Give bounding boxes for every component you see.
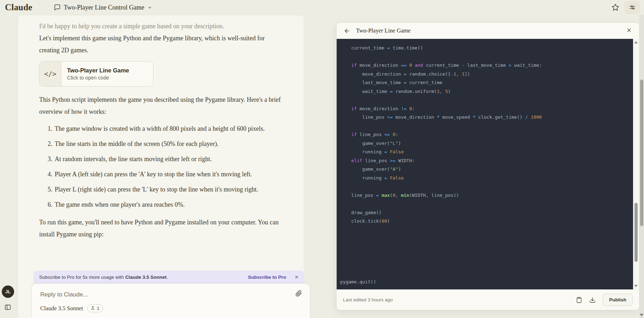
footer-actions: Publish	[576, 294, 633, 306]
code-line	[340, 96, 633, 105]
subscribe-banner: Subscribe to Pro for 5x more usage with …	[34, 271, 304, 283]
code-line	[340, 53, 633, 61]
list-item: At random intervals, the line starts mov…	[54, 153, 282, 165]
banner-actions: Subscribe to Pro ✕	[248, 274, 299, 280]
sliders-icon	[629, 4, 636, 11]
artifact-panel: Two-Player Line Game current_time = time…	[336, 22, 639, 310]
artifact-card-text: Two-Player Line Game Click to open code	[61, 61, 129, 86]
code-line	[340, 226, 633, 235]
code-line: game_over("L")	[340, 139, 633, 148]
list-item: Player A (left side) can press the 'A' k…	[54, 168, 282, 180]
code-line: line_pos += move_direction * move_speed …	[340, 113, 633, 122]
avatar[interactable]: JL	[2, 285, 14, 298]
artifact-card-icon-cell: </>	[40, 61, 61, 86]
chat-title-menu[interactable]: Two-Player Line Control Game	[54, 4, 152, 11]
artifact-card-subtitle: Click to open code	[67, 74, 129, 81]
code-scrollbar[interactable]	[633, 39, 639, 289]
code-line: current_time = time.time()	[340, 44, 633, 53]
artifact-panel-header: Two-Player Line Game	[337, 23, 639, 39]
code-line	[340, 243, 633, 252]
model-row: Claude 3.5 Sonnet 1	[40, 304, 103, 312]
message-paragraph: Let's implement this game using Python a…	[39, 32, 282, 56]
chat-list: The game window is created with a width …	[39, 123, 282, 211]
code-line: pygame.quit()	[340, 278, 633, 287]
chat-bubble-icon	[54, 4, 61, 11]
code-line: move_direction = random.choice([-1, 1])	[340, 70, 633, 79]
code-line: running = False	[340, 148, 633, 157]
page-scrollbar-thumb[interactable]	[640, 80, 643, 226]
message-paragraph: This Python script implements the game y…	[39, 94, 282, 118]
banner-text-suffix: .	[167, 275, 168, 280]
code-line: line_pos = max(0, min(WIDTH, line_pos))	[340, 191, 633, 200]
code-line: wait_time = random.uniform(1, 5)	[340, 87, 633, 96]
model-name[interactable]: Claude 3.5 Sonnet	[40, 305, 83, 312]
artifact-card[interactable]: </> Two-Player Line Game Click to open c…	[39, 61, 154, 87]
list-item: The line starts in the middle of the scr…	[54, 138, 282, 150]
chevron-down-icon	[148, 5, 152, 10]
code-line: if move_direction == 0 and current_time …	[340, 61, 633, 70]
usage-badge[interactable]: 1	[87, 304, 103, 312]
list-item: Player L (right side) can press the 'L' …	[54, 183, 282, 195]
page-scrollbar[interactable]	[639, 15, 644, 318]
code-line	[340, 182, 633, 191]
list-item: The game window is created with a width …	[54, 123, 282, 135]
banner-close-icon[interactable]: ✕	[295, 274, 299, 280]
artifact-card-title: Two-Player Line Game	[67, 66, 129, 74]
publish-button[interactable]: Publish	[603, 294, 633, 306]
banner-text: Subscribe to Pro for 5x more usage with …	[39, 275, 168, 280]
code-slash-icon: </>	[44, 68, 56, 80]
message-paragraph: To run this game, you'll need to have Py…	[39, 216, 282, 240]
flask-icon	[91, 306, 95, 311]
code-viewport: current_time = time.time() if move_direc…	[337, 39, 639, 289]
code-line	[340, 252, 633, 260]
code-line: clock.tick(60)	[340, 217, 633, 226]
code-line	[340, 260, 633, 269]
message-paragraph: I'd be happy to help you create a simple…	[39, 20, 282, 32]
subscribe-to-pro-link[interactable]: Subscribe to Pro	[248, 275, 286, 280]
code-line	[340, 200, 633, 208]
code-line	[340, 234, 633, 243]
code-line	[340, 122, 633, 131]
code-line: if move_direction != 0:	[340, 105, 633, 113]
download-icon[interactable]	[589, 297, 596, 303]
banner-text-prefix: Subscribe to Pro for 5x more usage with	[39, 275, 125, 280]
artifact-panel-footer: Last edited 3 hours ago Publish	[337, 289, 639, 310]
code-content[interactable]: current_time = time.time() if move_direc…	[337, 39, 633, 289]
star-icon[interactable]	[612, 4, 619, 11]
scroll-down-icon[interactable]	[634, 285, 638, 287]
usage-badge-count: 1	[97, 306, 99, 311]
sidebar-toggle-icon[interactable]	[4, 304, 11, 312]
code-line: draw_game()	[340, 208, 633, 217]
close-icon[interactable]	[626, 27, 632, 35]
claude-logo[interactable]: Claude	[5, 2, 32, 12]
artifact-panel-title: Two-Player Line Game	[356, 27, 411, 34]
topbar-actions	[612, 1, 640, 14]
paperclip-icon[interactable]	[295, 290, 302, 298]
code-line: running = False	[340, 174, 633, 183]
scroll-up-icon[interactable]	[634, 41, 638, 43]
code-scrollbar-thumb[interactable]	[634, 203, 638, 262]
banner-text-model: Claude 3.5 Sonnet	[125, 275, 167, 280]
chat-title: Two-Player Line Control Game	[64, 4, 144, 11]
copy-clipboard-icon[interactable]	[576, 297, 582, 303]
code-line: game_over("A")	[340, 165, 633, 174]
code-line: if line_pos <= 0:	[340, 130, 633, 139]
last-edited-label: Last edited 3 hours ago	[343, 297, 393, 302]
back-arrow-icon[interactable]	[344, 28, 350, 34]
topbar: Claude Two-Player Line Control Game	[0, 0, 644, 15]
page-scroll-down-icon[interactable]	[640, 314, 643, 316]
code-line: elif line_pos >= WIDTH:	[340, 157, 633, 165]
code-line: last_move_time = current_time	[340, 78, 633, 87]
composer: Claude 3.5 Sonnet 1	[31, 283, 310, 318]
code-line	[340, 269, 633, 278]
settings-button[interactable]	[624, 1, 640, 14]
assistant-message: I'd be happy to help you create a simple…	[18, 15, 304, 240]
reply-input[interactable]	[40, 289, 284, 300]
list-item: The game ends when one player's area rea…	[54, 199, 282, 211]
